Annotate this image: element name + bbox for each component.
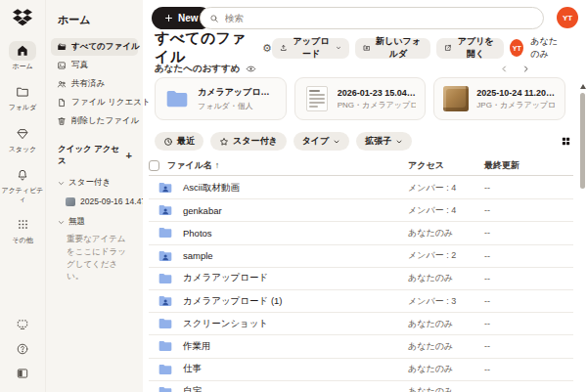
table-header: ファイル名↑ アクセス 最終更新	[149, 155, 573, 176]
rail-item-label: ホーム	[12, 63, 32, 70]
clock-icon	[163, 137, 173, 147]
scrollbar-thumb[interactable]	[580, 93, 585, 189]
rail-item-activity[interactable]: アクティビティ	[1, 165, 44, 203]
open-app-button[interactable]: アプリを開く	[436, 38, 505, 59]
rail-item-label: スタック	[9, 146, 37, 153]
untitled-section-label: 無題	[68, 216, 85, 228]
table-row[interactable]: カメラアップロード (1) メンバー : 3 --	[149, 290, 573, 313]
recommended-card-jpg[interactable]: 2025-10-24 11.20.47 JPG・カメラアップロード	[433, 77, 565, 120]
eye-icon[interactable]	[246, 64, 256, 74]
file-access: あなたのみ	[408, 340, 453, 353]
file-name: 仕事	[183, 363, 202, 375]
file-name: 自宅	[183, 385, 202, 392]
sidebar-item-photos[interactable]: 写真	[51, 57, 138, 74]
search-input[interactable]	[225, 13, 534, 23]
chevron-down-icon	[336, 44, 341, 52]
file-request-icon	[57, 98, 67, 108]
column-header-updated[interactable]: 最終更新	[484, 159, 519, 172]
folder-icon	[158, 271, 173, 286]
filter-extension[interactable]: 拡張子	[356, 132, 412, 151]
chevron-right-icon[interactable]	[521, 65, 530, 73]
sidebar-item-label: 共有済み	[71, 78, 105, 90]
column-name-label: ファイル名	[167, 160, 212, 170]
chevron-left-icon[interactable]	[500, 65, 509, 73]
help-icon[interactable]	[16, 342, 29, 356]
sidebar-item-label: すべてのファイル	[71, 41, 140, 53]
upload-button-label: アップロード	[291, 35, 331, 61]
quick-access-add-icon[interactable]: +	[126, 150, 132, 161]
avatar[interactable]: YT	[557, 7, 578, 28]
untitled-section-toggle[interactable]: 無題	[46, 216, 143, 228]
gear-icon[interactable]: ⚙	[262, 42, 272, 55]
header-actions: アップロード 新しいフォルダ アプリを開く YT あなたのみ	[272, 35, 565, 61]
filter-type[interactable]: タイプ	[294, 132, 350, 151]
table-row[interactable]: sample メンバー : 2 --	[149, 245, 573, 268]
upload-button[interactable]: アップロード	[272, 38, 349, 59]
file-updated: --	[484, 365, 490, 374]
desktop-app-icon[interactable]	[16, 318, 29, 331]
file-updated: --	[484, 228, 490, 238]
document-thumbnail-icon	[304, 86, 330, 111]
avatar[interactable]: YT	[510, 39, 523, 57]
rail-item-folders[interactable]: フォルダ	[9, 82, 37, 111]
table-row[interactable]: 自宅 あなたのみ --	[149, 381, 573, 392]
table-row[interactable]: スクリーンショット あなたのみ --	[149, 313, 573, 335]
access-label: あなたのみ	[530, 35, 565, 61]
table-row[interactable]: Photos あなたのみ --	[149, 222, 573, 244]
rail-item-more[interactable]: その他	[9, 215, 36, 244]
rail-item-stacks[interactable]: スタック	[9, 124, 37, 153]
card-name: 2025-10-24 11.20.47	[476, 88, 556, 98]
stack-gem-icon	[9, 124, 36, 144]
home-sidebar: ホーム すべてのファイル 写真 共有済み ファイル リクエスト	[45, 0, 143, 392]
column-header-name[interactable]: ファイル名↑	[167, 159, 219, 172]
scrollbar-up-arrow-icon[interactable]	[580, 84, 586, 89]
dropbox-logo-icon[interactable]	[13, 9, 32, 26]
filter-bar: 最近 スター付き タイプ 拡張子	[155, 132, 571, 151]
rail-item-home[interactable]: ホーム	[9, 41, 36, 70]
search-icon	[209, 14, 219, 23]
sidebar-item-all-files[interactable]: すべてのファイル	[51, 38, 138, 56]
chevron-down-icon	[58, 180, 65, 187]
table-row[interactable]: genkabar メンバー : 4 --	[149, 199, 573, 222]
column-header-access[interactable]: アクセス	[408, 159, 444, 172]
filter-starred[interactable]: スター付き	[210, 132, 287, 151]
sort-ascending-icon: ↑	[215, 160, 220, 170]
table-row[interactable]: 作業用 あなたのみ --	[149, 335, 573, 358]
quick-access-label: クイック アクセス	[58, 144, 126, 167]
file-updated: --	[484, 319, 490, 328]
starred-section-toggle[interactable]: スター付き	[46, 177, 143, 189]
new-folder-button-label: 新しいフォルダ	[374, 35, 422, 61]
folder-icon	[164, 86, 190, 111]
chevron-down-icon	[395, 138, 403, 146]
search-bar[interactable]	[200, 7, 544, 29]
file-name: スクリーンショット	[183, 318, 268, 330]
starred-file-item[interactable]: 2025-09-16 14.47.3...	[46, 196, 143, 206]
file-updated: --	[484, 387, 490, 392]
file-access: メンバー : 2	[408, 249, 456, 262]
filter-label: 拡張子	[365, 135, 391, 148]
sidebar-item-deleted-files[interactable]: 削除したファイル	[51, 112, 138, 130]
collapse-sidebar-icon[interactable]	[16, 367, 29, 380]
starred-section-label: スター付き	[68, 177, 111, 189]
folder-icon	[158, 384, 173, 392]
table-row[interactable]: Ascii取材動画 メンバー : 4 --	[149, 177, 573, 199]
table-row[interactable]: 仕事 あなたのみ --	[149, 359, 573, 381]
card-text: 2025-10-24 11.20.47 JPG・カメラアップロード	[476, 88, 556, 110]
open-app-button-label: アプリを開く	[455, 35, 496, 61]
sidebar-item-file-requests[interactable]: ファイル リクエスト	[51, 94, 138, 111]
sidebar-item-shared[interactable]: 共有済み	[51, 75, 138, 93]
page-header: すべてのファイル ⚙ アップロード 新しいフォルダ アプリを開く YT あなたの…	[143, 35, 577, 61]
file-name: sample	[183, 250, 213, 261]
scrollbar[interactable]	[579, 86, 586, 390]
file-access: あなたのみ	[408, 363, 453, 375]
recommended-card-folder[interactable]: カメラアップロード フォルダ・個人	[155, 77, 287, 120]
new-folder-button[interactable]: 新しいフォルダ	[355, 38, 430, 59]
select-all-checkbox[interactable]	[149, 160, 159, 171]
table-row[interactable]: カメラアップロード あなたのみ --	[149, 268, 573, 290]
card-meta: JPG・カメラアップロード	[476, 100, 556, 110]
starred-file-label: 2025-09-16 14.47.3...	[80, 196, 143, 206]
grid-view-toggle-icon[interactable]	[561, 136, 571, 147]
new-folder-icon	[363, 43, 371, 53]
recommended-card-png[interactable]: 2026-01-23 15.04.39 PNG・カメラアップロード	[294, 77, 427, 120]
filter-recent[interactable]: 最近	[155, 132, 203, 151]
